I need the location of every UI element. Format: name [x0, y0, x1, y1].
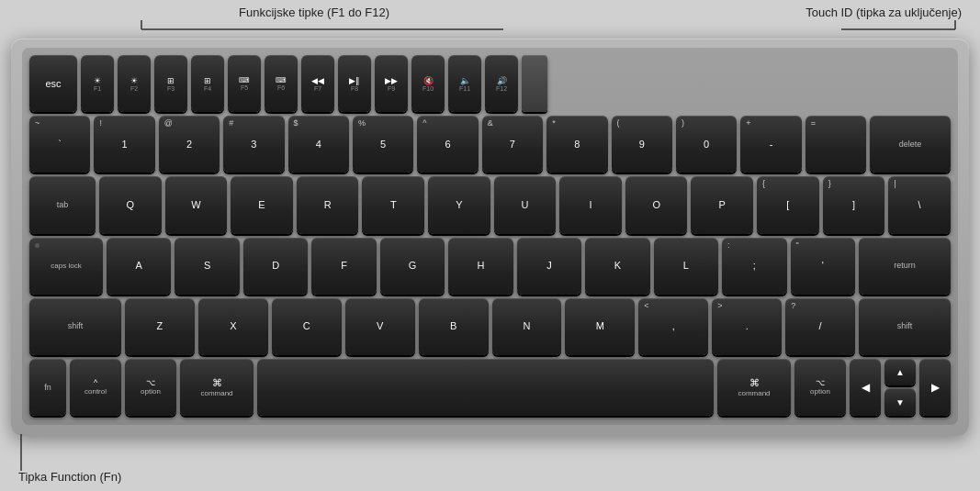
key-shift-right[interactable]: shift	[859, 298, 951, 355]
key-v[interactable]: V	[345, 298, 415, 355]
key-9[interactable]: (9	[612, 116, 672, 173]
key-p[interactable]: P	[691, 176, 753, 233]
key-fn[interactable]: fn	[29, 359, 66, 416]
key-command-right[interactable]: ⌘command	[717, 359, 791, 416]
key-arrow-up[interactable]: ▲	[884, 359, 916, 386]
key-5[interactable]: %5	[353, 116, 413, 173]
key-equals[interactable]: =	[805, 116, 866, 173]
key-u[interactable]: U	[494, 176, 557, 233]
key-minus[interactable]: +-	[740, 116, 801, 173]
key-comma[interactable]: <,	[638, 298, 708, 355]
fn-keys-label: Funkcijske tipke (F1 do F12)	[239, 6, 389, 19]
key-6[interactable]: ^6	[417, 116, 478, 173]
key-j[interactable]: J	[517, 238, 581, 295]
key-f[interactable]: F	[311, 238, 376, 295]
key-z[interactable]: Z	[125, 298, 195, 355]
key-0[interactable]: )0	[676, 116, 737, 173]
shift-row: shift Z X C V B N M <, >. ?/ shift	[29, 298, 951, 355]
key-a[interactable]: A	[107, 238, 171, 295]
key-x[interactable]: X	[198, 298, 268, 355]
key-control[interactable]: ^control	[70, 359, 121, 416]
bottom-row: fn ^control ⌥option ⌘command ⌘command ⌥o…	[29, 359, 951, 416]
key-caps-lock[interactable]: caps lock	[29, 238, 103, 295]
key-o[interactable]: O	[625, 176, 688, 233]
key-f8[interactable]: ▶‖F8	[338, 55, 371, 112]
key-arrow-left[interactable]: ◀	[850, 359, 881, 416]
key-7[interactable]: &7	[482, 116, 543, 173]
key-option-right[interactable]: ⌥option	[794, 359, 846, 416]
key-bracket-right[interactable]: }]	[823, 176, 885, 233]
qwerty-row: tab Q W E R T Y U I O P {[ }] |\	[29, 176, 951, 233]
key-f1[interactable]: ☀F1	[81, 55, 114, 112]
key-period[interactable]: >.	[712, 298, 782, 355]
key-3[interactable]: #3	[223, 116, 284, 173]
key-bracket-left[interactable]: {[	[757, 176, 819, 233]
key-l[interactable]: L	[654, 238, 718, 295]
key-2[interactable]: @2	[159, 116, 220, 173]
key-backtick[interactable]: ~`	[29, 116, 90, 173]
key-w[interactable]: W	[165, 176, 228, 233]
key-i[interactable]: I	[559, 176, 622, 233]
key-y[interactable]: Y	[428, 176, 490, 233]
key-f2[interactable]: ☀F2	[118, 55, 151, 112]
key-c[interactable]: C	[272, 298, 342, 355]
key-return[interactable]: return	[859, 238, 951, 295]
key-4[interactable]: $4	[288, 116, 349, 173]
key-g[interactable]: G	[380, 238, 445, 295]
key-backslash[interactable]: |\	[888, 176, 951, 233]
key-f12[interactable]: 🔊F12	[485, 55, 518, 112]
key-arrow-down[interactable]: ▼	[884, 388, 916, 416]
number-row: ~` !1 @2 #3 $4 %5 ^6 &7 *8 (9 )0 +- = de…	[29, 116, 951, 173]
keyboard: esc ☀F1 ☀F2 ⊞F3 ⊞F4 ⌨F5 ⌨F6 ◀◀F7 ▶‖F8 ▶▶…	[11, 39, 969, 436]
key-q[interactable]: Q	[99, 176, 162, 233]
key-e[interactable]: E	[231, 176, 293, 233]
key-k[interactable]: K	[585, 238, 649, 295]
key-delete[interactable]: delete	[870, 116, 951, 173]
key-f11[interactable]: 🔈F11	[448, 55, 481, 112]
key-d[interactable]: D	[243, 238, 308, 295]
key-f10[interactable]: 🔇F10	[411, 55, 445, 112]
key-arrow-right[interactable]: ▶	[919, 359, 951, 416]
key-touch-id[interactable]	[522, 55, 547, 112]
key-h[interactable]: H	[448, 238, 513, 295]
fn-annotation: Tipka Function (Fn)	[18, 470, 121, 484]
fn-annotation-label: Tipka Function (Fn)	[18, 470, 121, 484]
key-s[interactable]: S	[175, 238, 239, 295]
key-f7[interactable]: ◀◀F7	[301, 55, 334, 112]
key-command-left[interactable]: ⌘command	[180, 359, 253, 416]
key-r[interactable]: R	[297, 176, 359, 233]
key-option-left[interactable]: ⌥option	[125, 359, 176, 416]
key-n[interactable]: N	[492, 298, 562, 355]
key-b[interactable]: B	[419, 298, 489, 355]
touch-id-label: Touch ID (tipka za uključenje)	[805, 6, 962, 19]
key-shift-left[interactable]: shift	[29, 298, 121, 355]
key-space[interactable]	[257, 359, 714, 416]
key-f9[interactable]: ▶▶F9	[375, 55, 408, 112]
key-tab[interactable]: tab	[29, 176, 96, 233]
key-1[interactable]: !1	[94, 116, 154, 173]
key-f5[interactable]: ⌨F5	[228, 55, 261, 112]
home-row: caps lock A S D F G H J K L :; "' return	[29, 238, 951, 295]
key-slash[interactable]: ?/	[785, 298, 855, 355]
key-f3[interactable]: ⊞F3	[154, 55, 187, 112]
key-m[interactable]: M	[565, 298, 635, 355]
key-quote[interactable]: "'	[791, 238, 855, 295]
key-f4[interactable]: ⊞F4	[191, 55, 224, 112]
key-f6[interactable]: ⌨F6	[265, 55, 298, 112]
key-t[interactable]: T	[362, 176, 424, 233]
fn-key-row: esc ☀F1 ☀F2 ⊞F3 ⊞F4 ⌨F5 ⌨F6 ◀◀F7 ▶‖F8 ▶▶…	[29, 55, 951, 112]
key-esc[interactable]: esc	[29, 55, 77, 112]
key-semicolon[interactable]: :;	[722, 238, 786, 295]
key-8[interactable]: *8	[546, 116, 607, 173]
